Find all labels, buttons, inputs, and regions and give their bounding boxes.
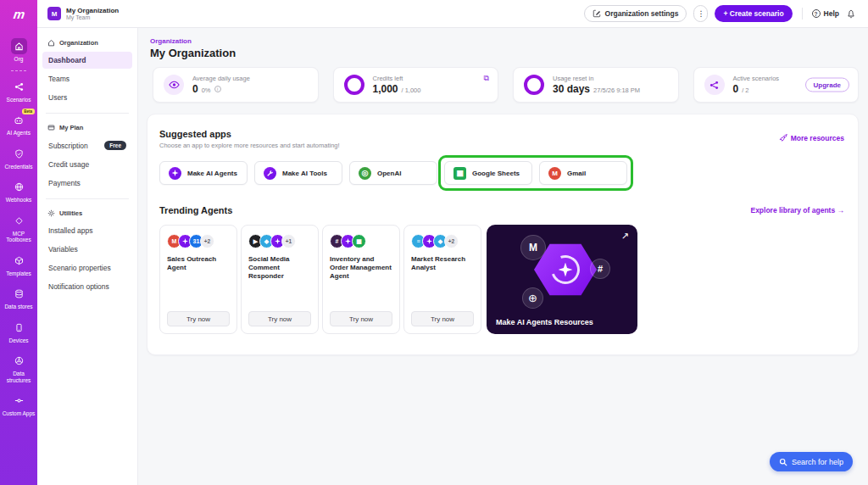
gmail-icon: M	[548, 167, 561, 180]
sidebar-item-installed-apps[interactable]: Installed apps	[42, 222, 132, 239]
org-avatar: M	[47, 7, 61, 20]
organization-settings-button[interactable]: Organization settings	[584, 5, 687, 22]
sidebar-item-dashboard[interactable]: Dashboard	[42, 52, 132, 69]
banner-title: Make AI Agents Resources	[496, 318, 593, 326]
rail-item-credentials[interactable]: Credentials	[0, 146, 37, 170]
edit-icon	[593, 9, 601, 18]
make-logo[interactable]: m	[13, 7, 25, 21]
agent-card-market-research[interactable]: ≡ ◆ +2 Market Research Analyst Try now	[403, 225, 481, 334]
external-link-icon[interactable]: ⧉	[484, 74, 489, 83]
agent-card-sales-outreach[interactable]: M 31 +2 Sales Outreach Agent Try now	[159, 225, 237, 334]
try-now-button[interactable]: Try now	[411, 311, 474, 326]
app-rail: m Org Scenarios Beta AI Agents Credentia…	[0, 0, 37, 485]
search-for-help-button[interactable]: Search for help	[770, 452, 853, 471]
rail-item-data-structures[interactable]: Data structures	[0, 353, 37, 383]
google-sheets-icon: ▦	[352, 234, 366, 248]
app-button-gmail[interactable]: M Gmail	[539, 161, 627, 185]
explore-library-link[interactable]: Explore library of agents →	[750, 206, 844, 215]
sidebar-item-scenario-properties[interactable]: Scenario properties	[42, 259, 132, 276]
slack-bubble: #	[590, 259, 610, 279]
sidebar-item-notification-options[interactable]: Notification options	[42, 278, 132, 295]
suggested-apps-subtitle: Choose an app to explore more resources …	[159, 142, 340, 149]
rail-item-scenarios[interactable]: Scenarios	[0, 79, 37, 103]
notifications-bell-icon[interactable]	[846, 8, 856, 19]
home-icon	[47, 39, 55, 47]
stat-card-credits-left: Credits left 1,000 / 1,000 ⧉	[333, 67, 499, 103]
trending-agents-row: M 31 +2 Sales Outreach Agent Try now ▶ ◆…	[159, 225, 844, 334]
try-now-button[interactable]: Try now	[167, 311, 230, 326]
templates-icon	[11, 253, 27, 269]
more-apps-badge: +2	[200, 234, 214, 248]
globe-bubble: ⊕	[522, 287, 543, 309]
sidebar-section-my-plan: My Plan	[37, 120, 137, 135]
sidebar-item-subscription[interactable]: Subscription Free	[42, 137, 132, 154]
sidebar-item-teams[interactable]: Teams	[42, 70, 132, 87]
rail-item-custom-apps[interactable]: Custom Apps	[0, 393, 37, 417]
breadcrumb[interactable]: Organization	[150, 37, 868, 45]
sidebar-item-variables[interactable]: Variables	[42, 241, 132, 258]
org-switcher[interactable]: M My Organization My Team	[47, 7, 119, 21]
rail-item-templates[interactable]: Templates	[0, 253, 37, 277]
robot-icon: Beta	[11, 112, 27, 128]
database-icon	[11, 286, 27, 302]
google-sheets-icon: ▦	[453, 167, 466, 180]
sliders-icon	[11, 393, 27, 409]
external-arrow-icon: ↗	[621, 231, 629, 242]
secondary-sidebar: Organization Dashboard Teams Users My Pl…	[37, 28, 138, 485]
app-button-make-ai-tools[interactable]: Make AI Tools	[254, 161, 342, 185]
agent-card-inventory-order[interactable]: # ▦ Inventory and Order Management Agent…	[322, 225, 400, 334]
globe-icon	[11, 179, 27, 195]
rail-item-org[interactable]: Org	[0, 38, 37, 63]
rail-item-ai-agents[interactable]: Beta AI Agents	[0, 112, 37, 137]
app-button-google-sheets[interactable]: ▦ Google Sheets	[444, 161, 532, 185]
sidebar-divider	[46, 198, 129, 199]
help-icon: ?	[812, 9, 821, 18]
share-icon	[704, 75, 725, 95]
home-icon	[11, 38, 27, 54]
upgrade-button[interactable]: Upgrade	[805, 78, 849, 92]
make-ai-agents-icon	[169, 167, 181, 180]
main-content: Organization My Organization Average dai…	[138, 28, 868, 485]
annotation-box-highlight: ▦ Google Sheets M Gmail	[444, 161, 627, 185]
device-icon	[11, 320, 27, 336]
shield-check-icon	[11, 146, 27, 162]
app-button-make-ai-agents[interactable]: Make AI Agents	[159, 161, 248, 185]
rail-item-devices[interactable]: Devices	[0, 320, 37, 344]
credits-donut-icon	[344, 75, 364, 95]
wheel-icon	[11, 353, 27, 369]
kebab-menu-button[interactable]: ⋮	[693, 5, 708, 22]
suggested-apps-row: Make AI Agents Make AI Tools ◎ OpenAI ▦ …	[159, 161, 844, 185]
org-name: My Organization	[66, 7, 119, 14]
sidebar-item-users[interactable]: Users	[42, 89, 132, 106]
top-header: M My Organization My Team Organization s…	[37, 0, 868, 28]
stat-card-active-scenarios: Active scenarios 0 / 2 Upgrade	[693, 67, 860, 103]
app-button-openai[interactable]: ◎ OpenAI	[349, 161, 437, 185]
help-menu[interactable]: ? Help	[812, 9, 839, 18]
make-ai-tools-icon	[264, 167, 276, 180]
search-icon	[779, 458, 787, 466]
sidebar-item-credit-usage[interactable]: Credit usage	[42, 156, 132, 173]
rail-item-mcp-toolboxes[interactable]: MCP Toolboxes	[0, 213, 37, 243]
page-title: My Organization	[150, 47, 868, 59]
free-plan-badge: Free	[104, 141, 126, 150]
info-icon[interactable]: i	[214, 86, 221, 92]
sidebar-section-organization: Organization	[37, 36, 137, 50]
gear-icon	[47, 209, 55, 217]
stat-card-usage-reset: Usage reset in 30 days 27/5/26 9:18 PM	[513, 67, 679, 103]
create-scenario-button[interactable]: + Create scenario	[715, 5, 792, 22]
more-apps-badge: +1	[281, 234, 296, 248]
eye-icon	[164, 75, 184, 95]
more-apps-badge: +2	[444, 234, 459, 248]
dashboard-panel: Suggested apps Choose an app to explore …	[147, 114, 859, 355]
try-now-button[interactable]: Try now	[248, 311, 311, 326]
rail-item-webhooks[interactable]: Webhooks	[0, 179, 37, 203]
rail-item-data-stores[interactable]: Data stores	[0, 286, 37, 310]
rocket-icon	[779, 134, 787, 142]
agent-card-social-media[interactable]: ▶ ◆ +1 Social Media Comment Responder Tr…	[241, 225, 319, 334]
try-now-button[interactable]: Try now	[330, 311, 392, 326]
stats-row: Average daily usage 0 0% i Credits left …	[153, 67, 859, 103]
sidebar-item-payments[interactable]: Payments	[42, 175, 132, 192]
rail-divider	[11, 70, 26, 71]
ai-resources-banner[interactable]: ↗ M # ⊕ Make AI Agents Resources	[487, 225, 637, 334]
more-resources-link[interactable]: More resources	[779, 134, 844, 142]
